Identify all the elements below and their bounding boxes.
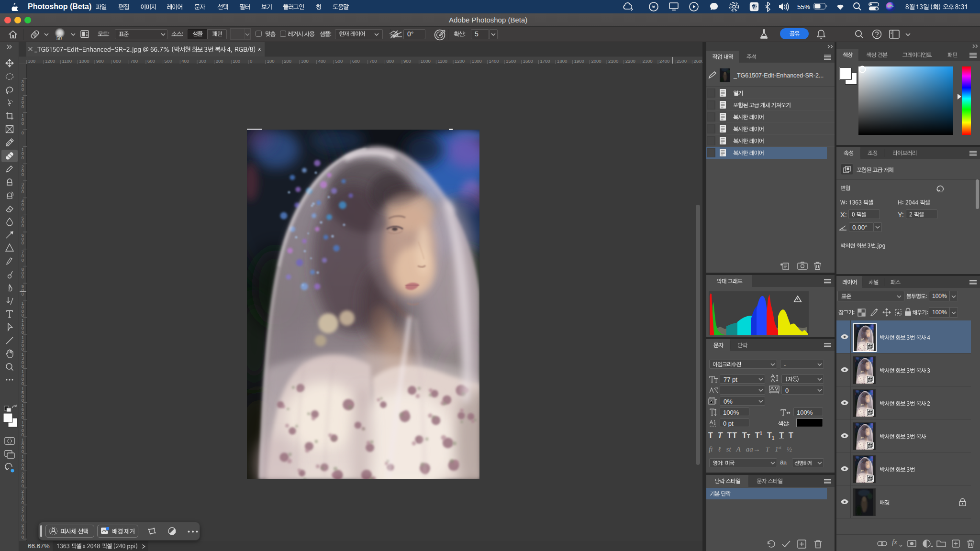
svg-text:0: 0 [22, 381, 24, 386]
svg-text:0: 0 [22, 432, 24, 437]
svg-text:1500: 1500 [506, 58, 516, 64]
svg-text:900: 900 [403, 58, 411, 64]
svg-text:800: 800 [386, 58, 394, 64]
svg-text:900: 900 [96, 58, 104, 64]
svg-text:0: 0 [22, 274, 24, 279]
svg-text:400: 400 [181, 58, 189, 64]
svg-text:300: 300 [301, 58, 309, 64]
svg-text:0: 0 [22, 466, 24, 471]
svg-text:1000: 1000 [421, 58, 431, 64]
svg-text:0: 0 [22, 312, 24, 318]
svg-text:0: 0 [22, 189, 24, 194]
svg-text:600: 600 [352, 58, 360, 64]
svg-text:0: 0 [22, 330, 24, 335]
svg-text:0: 0 [22, 223, 24, 228]
svg-text:1000: 1000 [79, 58, 89, 64]
svg-text:0: 0 [22, 517, 24, 522]
svg-text:300: 300 [28, 58, 35, 64]
svg-text:2600: 2600 [693, 58, 702, 64]
svg-text:0: 0 [22, 483, 24, 488]
svg-text:0: 0 [250, 58, 252, 64]
svg-text:2500: 2500 [677, 58, 687, 64]
svg-text:2300: 2300 [642, 58, 652, 64]
svg-text:200: 200 [284, 58, 291, 64]
svg-text:0: 0 [22, 240, 24, 245]
svg-text:0: 0 [22, 172, 24, 177]
svg-text:1200: 1200 [45, 58, 55, 64]
svg-text:0: 0 [22, 364, 24, 369]
svg-text:0: 0 [22, 534, 24, 540]
svg-text:2400: 2400 [659, 58, 669, 64]
svg-text:1800: 1800 [557, 58, 567, 64]
svg-text:1100: 1100 [62, 58, 72, 64]
svg-text:400: 400 [318, 58, 326, 64]
svg-text:0: 0 [22, 415, 24, 420]
svg-text:1400: 1400 [489, 58, 499, 64]
svg-text:200: 200 [216, 58, 223, 64]
svg-text:1700: 1700 [540, 58, 550, 64]
svg-text:0: 0 [22, 87, 24, 92]
svg-text:2100: 2100 [608, 58, 618, 64]
svg-text:100: 100 [233, 58, 240, 64]
svg-text:2000: 2000 [591, 58, 601, 64]
svg-text:100: 100 [267, 58, 275, 64]
svg-text:500: 500 [335, 58, 343, 64]
svg-text:700: 700 [369, 58, 377, 64]
svg-text:2200: 2200 [625, 58, 635, 64]
svg-text:1200: 1200 [455, 58, 465, 64]
svg-text:0: 0 [22, 346, 24, 352]
svg-text:0: 0 [22, 449, 24, 454]
svg-text:600: 600 [147, 58, 155, 64]
svg-text:0: 0 [22, 155, 24, 160]
svg-text:0: 0 [22, 104, 24, 109]
svg-text:0: 0 [22, 130, 24, 135]
svg-text:0: 0 [22, 206, 24, 211]
svg-text:500: 500 [165, 58, 172, 64]
svg-text:0: 0 [22, 121, 24, 126]
svg-text:1300: 1300 [472, 58, 482, 64]
svg-text:1600: 1600 [523, 58, 533, 64]
svg-text:800: 800 [113, 58, 121, 64]
svg-text:700: 700 [130, 58, 138, 64]
svg-text:0: 0 [22, 397, 24, 403]
svg-text:300: 300 [199, 58, 206, 64]
svg-text:1100: 1100 [437, 58, 447, 64]
svg-text:0: 0 [22, 257, 24, 263]
svg-text:0: 0 [22, 500, 24, 505]
svg-text:1900: 1900 [574, 58, 584, 64]
